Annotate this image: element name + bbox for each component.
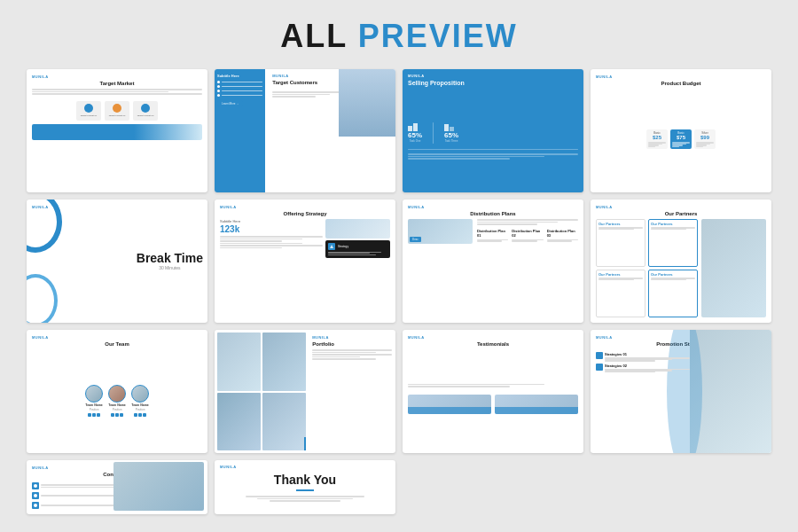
people-photo	[339, 69, 395, 137]
strategy-image-1	[325, 219, 390, 239]
slide-distribution-plans[interactable]: MUNILA Distribution Plans Desc Distribut…	[403, 200, 583, 323]
email-icon	[32, 502, 39, 509]
slide-10-title: Portfolio	[312, 341, 392, 347]
slide-portfolio[interactable]: MUNILA Portfolio	[215, 330, 395, 453]
linkedin-icon	[120, 413, 123, 417]
lorem-line	[272, 96, 316, 98]
slide-9-label: MUNILA	[32, 335, 202, 340]
linkedin-icon	[143, 413, 146, 417]
strategy-text-1: Strategies 01	[605, 352, 690, 362]
slide-selling-proposition[interactable]: MUNILA Selling Proposition 65% Task One	[403, 69, 583, 192]
lorem-line	[272, 94, 330, 96]
target-boxes: Target Market 01 Target Market 02 Target…	[32, 101, 202, 121]
slide-break-time[interactable]: MUNILA Break Time 30 Minutes	[27, 200, 207, 323]
team-role-1: Position	[90, 408, 99, 411]
slide-11-title: Testimonials	[408, 341, 578, 347]
slide-7-title: Distribution Plans	[408, 211, 578, 216]
learn-more-button[interactable]: Learn More →	[217, 100, 243, 107]
slide-14-label-container: MUNILA	[220, 465, 237, 471]
testimonial-cards	[408, 395, 578, 414]
slide-2-image	[339, 69, 395, 137]
test-card-1	[408, 395, 491, 414]
slide-product-budget[interactable]: MUNILA Product Budget Basic $25 Basic $7…	[591, 69, 771, 192]
test-overlay-2	[495, 407, 578, 414]
partner-main-image	[701, 219, 766, 317]
slide-our-team[interactable]: MUNILA Our Team Team Name Position Team …	[27, 330, 207, 453]
check-item	[217, 81, 262, 83]
slide-10-label: MUNILA	[312, 335, 392, 340]
portfolio-img-1	[217, 332, 261, 391]
slide-9-title: Our Team	[32, 341, 202, 347]
lorem-line	[32, 93, 202, 95]
partner-box-3: Our Partners	[596, 270, 645, 317]
facebook-icon	[111, 413, 114, 417]
target-box-1: Target Market 01	[76, 101, 101, 121]
team-member-3: Team Name Position	[131, 385, 149, 417]
team-members: Team Name Position Team Name Position	[85, 385, 149, 417]
facebook-icon	[134, 413, 137, 417]
curve-decoration	[27, 200, 62, 253]
price-lines	[696, 142, 714, 147]
slide-target-customers[interactable]: Subtitle Here Learn More → MUNILA Target…	[215, 69, 395, 192]
facebook-icon	[88, 413, 91, 417]
price-value: $25	[653, 135, 661, 140]
slide-offering-strategy[interactable]: MUNILA Offering Strategy Subtitle Here 1…	[215, 200, 395, 323]
slide-14-label: MUNILA	[220, 465, 237, 469]
slide-4-label: MUNILA	[596, 74, 766, 79]
dist-col-3: Distribution Plan 03	[547, 229, 578, 242]
vertical-line	[304, 437, 306, 450]
lorem-line	[408, 153, 578, 155]
thank-you-title: Thank You	[274, 473, 336, 487]
check-item	[217, 90, 262, 92]
slide-7-label: MUNILA	[408, 205, 578, 209]
slide-3-title: Selling Proposition	[408, 80, 578, 86]
target-circle	[141, 104, 150, 113]
slide-our-partners[interactable]: MUNILA Our Partners Our Partners Our Par…	[591, 200, 771, 323]
check-item	[217, 94, 262, 97]
strategy-number: 123k	[220, 224, 323, 234]
contact-image	[113, 462, 204, 511]
partner-box-4: Our Partners	[648, 270, 698, 317]
partners-grid: Our Partners Our Partners Our Partners	[596, 219, 698, 317]
phone-icon	[32, 492, 39, 499]
slide-contact-us[interactable]: MUNILA Contact Us	[27, 460, 207, 514]
stat-item-2: 65% Task Three	[444, 122, 458, 143]
break-subtitle: 30 Minutes	[137, 265, 203, 270]
slide-2-sidebar-label: Subtitle Here	[217, 74, 262, 78]
dist-col-2: Distribution Plan 02	[512, 229, 543, 242]
strategy-right: Strategy	[325, 219, 390, 317]
strategy-item-2: Strategies 02	[596, 364, 690, 373]
slide-4-title: Product Budget	[596, 81, 766, 86]
price-boxes: Basic $25 Basic $75	[646, 129, 716, 149]
target-blue-bar	[32, 124, 202, 140]
slide-promotion-strategy[interactable]: MUNILA Promotion Strategy Strategies 01	[591, 330, 771, 453]
twitter-icon	[138, 413, 142, 417]
lorem-line	[408, 158, 510, 160]
slide-thank-you[interactable]: MUNILA Thank You	[215, 460, 395, 514]
team-name-3: Team Name	[131, 403, 148, 407]
curve-decoration-2	[27, 274, 58, 323]
portfolio-images	[215, 330, 309, 453]
team-role-2: Position	[113, 408, 122, 411]
portfolio-img-4	[262, 393, 306, 451]
slide-1-label: MUNILA	[32, 74, 202, 79]
price-lines	[672, 142, 690, 147]
slide-target-market[interactable]: MUNILA Target Market Target Market 01 Ta…	[27, 69, 207, 192]
promo-curve	[667, 330, 702, 453]
price-box-featured: Basic $75	[670, 129, 692, 149]
social-icons-2	[111, 413, 123, 417]
team-name-1: Team Name	[85, 403, 102, 407]
slide-11-label: MUNILA	[408, 335, 578, 340]
team-role-3: Position	[136, 408, 145, 411]
strategy-left: Subtitle Here 123k	[220, 219, 323, 317]
lorem-line	[32, 91, 168, 93]
target-box-3: Target Market 03	[133, 101, 158, 121]
price-box-2: Silver $99	[694, 129, 716, 149]
slide-3-label: MUNILA	[403, 69, 583, 78]
social-icons-3	[134, 413, 146, 417]
slide-testimonials[interactable]: MUNILA Testimonials	[403, 330, 583, 453]
break-text: Break Time 30 Minutes	[137, 252, 203, 270]
stat-item-1: 65% Task One	[408, 122, 422, 143]
lorem-line	[272, 91, 344, 93]
lorem-line	[408, 156, 544, 158]
